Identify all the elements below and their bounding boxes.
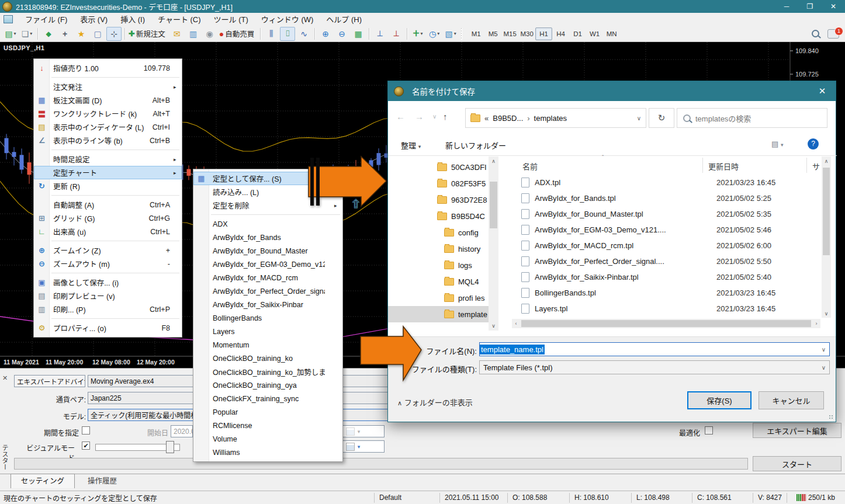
auto-trading-button[interactable]: ● 自動売買 <box>219 27 257 41</box>
tab-settings[interactable]: セッティング <box>11 474 75 488</box>
timeframe-H1[interactable]: H1 <box>535 27 552 40</box>
context-menu-item[interactable]: ▥印刷... (P)Ctrl+P <box>34 303 182 316</box>
chart-system-icon[interactable] <box>4 15 13 23</box>
scroll-down-icon[interactable]: ∨ <box>489 323 498 329</box>
context-menu-item[interactable]: 注文発注▸ <box>34 80 182 93</box>
file-row[interactable]: ArwByIdx_for_Bands.tpl2021/05/02 5:25 <box>512 190 820 206</box>
new-chart-button[interactable]: ▤▾ <box>3 27 18 41</box>
view-mode-button[interactable]: ▤ ▾ <box>771 140 783 148</box>
scroll-down-icon[interactable]: ∨ <box>822 311 831 317</box>
tab-journal[interactable]: 操作履歴 <box>75 474 130 489</box>
scrollbar-thumb[interactable] <box>823 168 830 255</box>
timeframe-W1[interactable]: W1 <box>586 27 603 40</box>
template-submenu-item[interactable]: Momentum <box>193 338 342 352</box>
context-menu-item[interactable]: ▦板注文画面 (D)Alt+B <box>34 93 182 107</box>
timeframe-M15[interactable]: M15 <box>501 27 518 40</box>
breadcrumb-root[interactable]: B9B5D... <box>493 114 523 123</box>
from-date-picker-end[interactable]: 9 ▾ <box>336 425 385 437</box>
timeframe-MN[interactable]: MN <box>603 27 620 40</box>
context-menu-item[interactable]: ↻更新 (R) <box>34 179 182 193</box>
template-submenu-item[interactable]: OneClickBO_training_oya <box>193 378 342 392</box>
menu-5[interactable]: ウィンドウ (W) <box>255 13 320 26</box>
context-menu-item[interactable]: 時間足設定▸ <box>34 152 182 166</box>
slider-handle[interactable] <box>166 441 174 453</box>
sort-ascending-icon[interactable]: ˆ <box>602 155 604 161</box>
cursor-tool-icon[interactable]: ⊹ <box>106 27 122 41</box>
context-menu-item[interactable]: ⊞グリッド (G)Ctrl+G <box>34 211 182 225</box>
file-row[interactable]: ArwByIdx_for_EGM-03_Demo_v121....2021/05… <box>512 222 820 238</box>
tree-item-template[interactable]: template <box>388 306 489 322</box>
start-button[interactable]: スタート <box>753 456 841 471</box>
template-submenu-item[interactable]: Volume <box>193 432 342 446</box>
template-submenu-item[interactable]: ArwByIdx_for_Perfect_Order_signal <box>193 284 342 298</box>
visual-mode-checkbox[interactable]: ✔ <box>82 442 90 450</box>
profiles-button[interactable]: ❏▾ <box>19 27 34 41</box>
search-box[interactable]: templatesの検索 <box>677 108 827 128</box>
calendar-icon[interactable] <box>346 427 355 436</box>
context-menu-item[interactable]: ⊕ズームイン (Z)+ <box>34 244 182 257</box>
scroll-left-icon[interactable]: ‹ <box>512 321 520 326</box>
minimize-button[interactable]: ─ <box>775 0 798 13</box>
template-submenu-item[interactable]: 定型を削除▸ <box>193 199 342 212</box>
tree-item-B9B5D4C[interactable]: B9B5D4C <box>388 208 489 224</box>
column-date[interactable]: 更新日時 <box>708 161 739 172</box>
tree-item-082F53F5[interactable]: 082F53F5 <box>388 175 489 192</box>
scrollbar-thumb[interactable] <box>490 182 497 228</box>
menu-3[interactable]: チャート (C) <box>151 13 207 26</box>
context-menu-item[interactable]: ▣画像として保存... (i) <box>34 276 182 289</box>
hide-folders-button[interactable]: ∧ フォルダーの非表示 <box>397 397 473 408</box>
tile-windows-icon[interactable]: ▦ <box>351 27 366 41</box>
scrollbar-thumb[interactable] <box>521 320 811 327</box>
expert-selector-combo[interactable]: エキスパートアドバイザ ∨ <box>14 375 85 387</box>
to-date-picker-end[interactable]: 1 ▾ <box>336 440 385 453</box>
scroll-up-icon[interactable]: ∧ <box>822 157 831 164</box>
tester-close-icon[interactable]: ✕ <box>2 374 8 382</box>
template-submenu-item[interactable]: Layers <box>193 325 342 338</box>
timeframe-M5[interactable]: M5 <box>484 27 501 40</box>
file-name-input[interactable]: template_name.tpl ∨ <box>479 342 830 356</box>
file-scrollbar[interactable]: ∧ ∨ <box>822 157 831 318</box>
context-menu-item[interactable]: ∠表示中のライン等 (b)Ctrl+B <box>34 134 182 147</box>
context-menu-item[interactable]: 〓ワンクリックトレード (k)Alt+T <box>34 107 182 120</box>
candlestick-chart-icon[interactable]: ⌷ <box>280 27 295 41</box>
indicators-button[interactable]: 🞤▾ <box>410 27 425 41</box>
horizontal-scrollbar[interactable]: ‹ › <box>512 319 820 328</box>
template-submenu-item[interactable]: ArwByIdx_for_EGM-03_Demo_v121 <box>193 258 342 271</box>
chart-shift-icon[interactable]: ⟂ <box>389 27 404 41</box>
breadcrumb-current[interactable]: templates <box>534 114 567 123</box>
template-submenu-item[interactable]: ArwByIdx_for_Saikix-Pinbar <box>193 298 342 311</box>
market-watch-icon[interactable]: ◆ <box>41 27 56 41</box>
line-chart-icon[interactable]: ∿ <box>296 27 311 41</box>
nav-up-icon[interactable]: ↑ <box>443 112 448 121</box>
chat-icon[interactable]: 1 <box>827 29 839 39</box>
menu-0[interactable]: ファイル (F) <box>19 13 74 26</box>
tree-item-MQL4[interactable]: MQL4 <box>388 273 489 290</box>
tree-item-963D72E8[interactable]: 963D72E8 <box>388 192 489 208</box>
context-menu-item[interactable]: ⊖ズームアウト (m)- <box>34 257 182 270</box>
file-row[interactable]: BollingerBands.tpl2021/03/23 16:45 <box>512 285 820 301</box>
resize-grip[interactable] <box>829 415 834 420</box>
template-submenu-item[interactable]: ▦定型として保存... (S) <box>193 172 342 185</box>
timeframe-M30[interactable]: M30 <box>518 27 535 40</box>
file-row[interactable]: ArwByIdx_for_MACD_rcm.tpl2021/05/02 6:00 <box>512 238 820 253</box>
refresh-button[interactable]: ↻ <box>649 108 674 128</box>
templates-button[interactable]: ▧▾ <box>443 27 458 41</box>
mail-icon[interactable]: ✉ <box>169 27 185 41</box>
nav-forward-icon[interactable]: → <box>415 112 424 121</box>
breadcrumb-chevron-icon[interactable]: › <box>527 114 529 123</box>
chevron-down-icon[interactable]: ∨ <box>822 346 826 353</box>
context-menu-item[interactable]: ∟出来高 (u)Ctrl+L <box>34 225 182 238</box>
scroll-right-icon[interactable]: › <box>812 321 820 326</box>
file-row[interactable]: Layers.tpl2021/03/23 16:45 <box>512 301 820 317</box>
file-row[interactable]: ArwByIdx_for_Saikix-Pinbar.tpl2021/05/02… <box>512 269 820 285</box>
profile-indicator[interactable]: Default <box>374 493 439 503</box>
nav-history-chevron-icon[interactable]: ∨ <box>432 113 437 120</box>
auto-scroll-icon[interactable]: ⟂ <box>372 27 387 41</box>
context-menu-item[interactable]: ▤表示中のインディケータ (L)Ctrl+I <box>34 120 182 134</box>
template-submenu-item[interactable]: OneClickFX_training_sync <box>193 392 342 405</box>
from-date-picker[interactable]: 2020.0 <box>171 425 193 437</box>
context-menu-item[interactable]: ▤印刷プレビュー (v) <box>34 289 182 303</box>
template-submenu-item[interactable]: ArwByIdx_for_Bound_Master <box>193 244 342 258</box>
crosshair-icon[interactable]: + <box>57 27 72 41</box>
file-row[interactable]: ArwByIdx_for_Perfect_Order_signal....202… <box>512 253 820 269</box>
